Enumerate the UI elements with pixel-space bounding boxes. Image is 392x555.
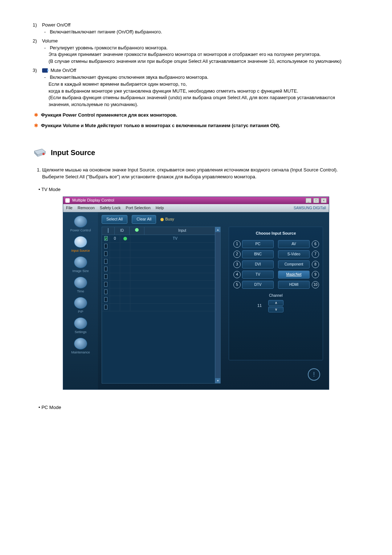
callout-number: 1: [233, 240, 241, 248]
note-text: Функции Volume и Mute действуют только в…: [41, 123, 280, 128]
callout-number: 10: [312, 281, 319, 288]
item-desc-line: Если в каждый момент времени выбирается …: [49, 81, 358, 88]
channel-down-button[interactable]: ∨: [268, 307, 283, 312]
row-checkbox[interactable]: [104, 305, 107, 309]
clear-all-button[interactable]: Clear All: [132, 215, 156, 224]
table-row[interactable]: [102, 304, 220, 311]
scroll-down-button[interactable]: ▾: [215, 378, 220, 383]
table-row[interactable]: [102, 281, 220, 288]
row-checkbox[interactable]: [104, 274, 107, 279]
scroll-up-button[interactable]: ▴: [215, 227, 220, 232]
menu-help[interactable]: Help: [156, 205, 164, 211]
row-id: [110, 296, 120, 303]
monitor-grid: ID Input 0TV ▴ ▾: [102, 227, 221, 384]
grid-scrollbar[interactable]: ▴ ▾: [215, 227, 220, 383]
step-text-a: Щелкните мышью на основном значке Input …: [42, 167, 338, 173]
sidebar-item-input-source[interactable]: Input Source: [63, 235, 98, 255]
row-checkbox[interactable]: [104, 267, 107, 271]
col-status: [130, 227, 144, 235]
input-source-panel: Choose Input Source 1PCAV62BNCS-Video73D…: [229, 227, 323, 360]
source-button-component[interactable]: Component: [278, 260, 310, 268]
sidebar-item-image-size[interactable]: Image Size: [63, 255, 98, 275]
minimize-button[interactable]: _: [306, 198, 311, 203]
row-id: [110, 266, 120, 273]
menu-file[interactable]: File: [66, 205, 73, 211]
row-checkbox[interactable]: [104, 289, 107, 294]
item-desc: Включает/выключает питание (On/Off) выбр…: [50, 29, 357, 36]
source-button-bnc[interactable]: BNC: [242, 250, 274, 258]
sidebar-item-pip[interactable]: PIP: [63, 296, 98, 316]
sidebar: Power Control Input Source Image Size Ti…: [63, 212, 98, 389]
maximize-button[interactable]: □: [313, 198, 319, 203]
table-row[interactable]: [102, 258, 220, 266]
callout-number: 7: [312, 251, 319, 258]
row-id: [110, 304, 120, 311]
row-checkbox[interactable]: [104, 282, 107, 287]
select-all-button[interactable]: Select All: [102, 215, 127, 224]
time-icon: [74, 277, 87, 288]
source-button-dvi[interactable]: DVI: [242, 260, 274, 268]
source-button-magicnet[interactable]: MagicNet: [278, 271, 310, 279]
source-button-dtv[interactable]: DTV: [242, 281, 274, 289]
item-title: Mute On/Off: [50, 68, 76, 73]
table-row[interactable]: 0TV: [102, 235, 220, 243]
source-button-grid: 1PCAV62BNCS-Video73DVIComponent84TVMagic…: [233, 240, 318, 289]
channel-up-button[interactable]: ∧: [268, 300, 283, 306]
source-button-hdmi[interactable]: HDMI: [278, 281, 310, 289]
table-row[interactable]: [102, 296, 220, 304]
item-number: 2): [33, 38, 41, 45]
bullet-pc-mode: PC Mode: [38, 404, 359, 411]
callout-number: 11: [257, 303, 262, 309]
table-row[interactable]: [102, 273, 220, 281]
app-window: Multiple Display Control _ □ × File Remo…: [63, 197, 329, 390]
row-checkbox[interactable]: [104, 244, 107, 248]
menu-safety-lock[interactable]: Safety Lock: [100, 205, 121, 211]
menu-port-selection[interactable]: Port Selection: [126, 205, 150, 211]
sidebar-label: Power Control: [70, 228, 91, 232]
info-icon[interactable]: !: [308, 368, 320, 381]
row-checkbox[interactable]: [104, 259, 107, 264]
busy-indicator: Busy: [160, 216, 174, 222]
sidebar-label: Time: [77, 289, 84, 293]
item-title: Volume: [42, 38, 58, 44]
close-button[interactable]: ×: [321, 198, 327, 203]
source-button-av[interactable]: AV: [278, 240, 310, 248]
sidebar-item-maintenance[interactable]: Maintenance: [63, 336, 98, 357]
dash: -: [44, 45, 49, 52]
channel-label: Channel: [233, 293, 318, 299]
dash: -: [44, 74, 49, 81]
table-row[interactable]: [102, 243, 220, 250]
table-row[interactable]: [102, 266, 220, 273]
app-title: Multiple Display Control: [72, 198, 114, 202]
row-id: [110, 250, 120, 258]
menubar: File Remocon Safety Lock Port Selection …: [63, 204, 329, 212]
menu-remocon[interactable]: Remocon: [78, 205, 95, 211]
col-input: Input: [144, 227, 220, 235]
row-input: TV: [130, 235, 220, 242]
input-source-side-icon: [74, 236, 87, 248]
source-button-tv[interactable]: TV: [242, 271, 274, 279]
row-checkbox[interactable]: [104, 251, 107, 256]
table-row[interactable]: [102, 250, 220, 258]
busy-dot-icon: [160, 218, 164, 221]
sidebar-item-power-control[interactable]: Power Control: [63, 214, 98, 235]
mute-icon: [42, 68, 48, 73]
row-checkbox[interactable]: [104, 297, 107, 302]
row-checkbox[interactable]: [104, 236, 108, 241]
sidebar-item-settings[interactable]: Settings: [63, 316, 98, 336]
section-heading: Input Source: [33, 147, 359, 158]
item-body: Mute On/Off - Включает/выключает функцию…: [42, 67, 358, 108]
header-checkbox[interactable]: [108, 228, 109, 233]
source-button-pc[interactable]: PC: [242, 240, 274, 248]
row-input: [130, 288, 220, 296]
grid-header: ID Input: [102, 227, 220, 235]
toolbar: Select All Clear All Busy: [102, 215, 174, 224]
row-id: [110, 288, 120, 296]
sidebar-label: Input Source: [71, 249, 90, 252]
source-button-s-video[interactable]: S-Video: [278, 250, 310, 258]
channel-section: Channel 11 ∧ ∨: [233, 293, 318, 312]
sidebar-item-time[interactable]: Time: [63, 275, 98, 296]
table-row[interactable]: [102, 288, 220, 296]
busy-label: Busy: [165, 216, 174, 222]
item-body: Power On/Off - Включает/выключает питани…: [42, 22, 358, 36]
